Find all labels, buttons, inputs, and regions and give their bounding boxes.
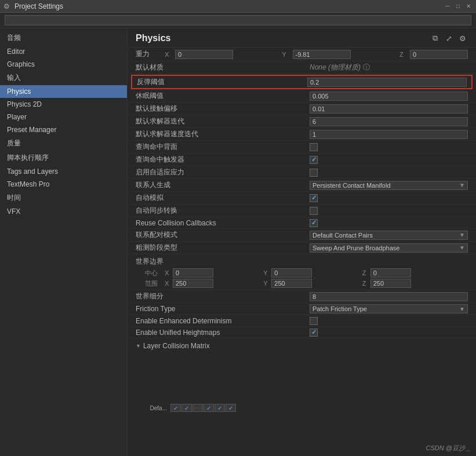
gravity-label: 重力 <box>136 49 165 59</box>
content-area: Physics ⧉ ⤢ ⚙ 重力 X Y Z 默认材质 <box>128 28 476 456</box>
matrix-cell[interactable]: ✓ <box>181 404 192 412</box>
world-extent-row: 范围 X Y Z <box>136 278 468 289</box>
gravity-z-input[interactable] <box>410 50 468 59</box>
matrix-col-water: Water <box>194 351 205 403</box>
auto-simulation-checkbox[interactable] <box>310 194 318 202</box>
extent-y-input[interactable] <box>271 279 312 288</box>
prop-queries-trigger: 查询命中触发器 <box>128 154 476 166</box>
contact-offset-label: 默认接触偏移 <box>136 104 310 114</box>
solver-iterations-input[interactable] <box>310 117 468 126</box>
solver-velocity-label: 默认求解器速度迭代 <box>136 129 310 139</box>
prop-auto-adaptive: 启用自适应应力 <box>128 166 476 179</box>
settings-gear-icon[interactable]: ⚙ <box>457 33 468 43</box>
broadphase-type-dropdown[interactable]: Sweep And Prune Broadphase ▼ <box>310 243 468 253</box>
extent-x-input[interactable] <box>173 279 213 288</box>
center-x-input[interactable] <box>173 268 213 278</box>
info-icon[interactable]: ⓘ <box>363 63 370 72</box>
extent-x: X <box>165 279 261 288</box>
sidebar-item-editor[interactable]: Editor <box>0 45 127 58</box>
sidebar-item-quality[interactable]: 质量 <box>0 136 127 151</box>
titlebar: ⚙ Project Settings ─ □ ✕ <box>0 0 476 13</box>
sidebar-item-physics[interactable]: Physics <box>0 85 127 98</box>
world-subdivision-input[interactable] <box>310 292 468 301</box>
matrix-cell[interactable]: ✓ <box>204 404 214 412</box>
matrix-col-transparentfx: TransparentFX <box>217 351 228 403</box>
reuse-collision-checkbox[interactable] <box>310 219 318 227</box>
broadphase-type-text: Sweep And Prune Broadphase <box>313 245 399 251</box>
auto-adaptive-checkbox[interactable] <box>310 169 318 177</box>
center-y-input[interactable] <box>271 268 312 278</box>
sidebar-item-audio[interactable]: 音频 <box>0 31 127 45</box>
auto-sync-checkbox[interactable] <box>310 207 318 215</box>
gravity-row: 重力 X Y Z <box>128 48 476 61</box>
enhanced-determinism-value <box>310 317 468 325</box>
gravity-x-input[interactable] <box>175 50 233 59</box>
minimize-button[interactable]: ─ <box>444 2 452 10</box>
unified-heightmaps-label: Enable Unified Heightmaps <box>136 329 310 337</box>
matrix-col-default: Default <box>228 351 240 403</box>
sidebar-item-script-execution[interactable]: 脚本执行顺序 <box>0 151 127 165</box>
close-button[interactable]: ✕ <box>464 2 473 10</box>
queries-trigger-checkbox[interactable] <box>310 156 318 164</box>
sidebar-item-tags-layers[interactable]: Tags and Layers <box>0 165 127 178</box>
gravity-z-label: Z <box>399 51 408 58</box>
extent-x-letter: X <box>165 280 172 287</box>
center-z-input[interactable] <box>370 268 411 278</box>
layer-matrix-header: ▼ Layer Collision Matrix <box>136 341 468 351</box>
sidebar: 音频 Editor Graphics 输入 Physics Physics 2D… <box>0 28 128 456</box>
sidebar-item-time[interactable]: 时间 <box>0 191 127 205</box>
broadphase-mode-label: 联系配对模式 <box>136 230 310 240</box>
friction-type-dropdown[interactable]: Patch Friction Type ▼ <box>310 304 468 313</box>
prop-solver-iterations: 默认求解器迭代 <box>128 115 476 128</box>
expand-icon[interactable]: ⤢ <box>444 33 454 43</box>
copy-icon[interactable]: ⧉ <box>430 33 440 43</box>
contact-offset-input[interactable] <box>310 104 468 114</box>
maximize-button[interactable]: □ <box>454 2 462 10</box>
sidebar-item-input[interactable]: 输入 <box>0 71 127 85</box>
matrix-labels-row: PostProcessing UI Water Ignore Raycast T… <box>170 351 468 403</box>
prop-friction-type: Friction Type Patch Friction Type ▼ <box>128 303 476 315</box>
prop-broadphase-mode: 联系配对模式 Default Contact Pairs ▼ <box>128 229 476 242</box>
collapse-triangle[interactable]: ▼ <box>136 343 141 349</box>
window-title: Project Settings <box>14 2 444 10</box>
matrix-cell[interactable]: ✓ <box>226 404 236 412</box>
content-header: Physics ⧉ ⤢ ⚙ <box>128 28 476 48</box>
queries-back-face-value <box>310 143 468 151</box>
gravity-y-input[interactable] <box>293 50 351 59</box>
matrix-cell[interactable] <box>192 404 203 412</box>
contacts-generation-value: Persistent Contact Manifold ▼ <box>310 181 468 190</box>
sleep-threshold-input[interactable] <box>310 92 468 101</box>
queries-trigger-value <box>310 156 468 164</box>
unified-heightmaps-checkbox[interactable] <box>310 329 318 337</box>
contacts-generation-label: 联系人生成 <box>136 180 310 190</box>
sidebar-item-physics2d[interactable]: Physics 2D <box>0 98 127 111</box>
solver-velocity-input[interactable] <box>310 130 468 139</box>
sidebar-item-player[interactable]: Player <box>0 111 127 123</box>
header-icons: ⧉ ⤢ ⚙ <box>430 33 468 43</box>
prop-world-subdivision: 世界细分 <box>128 290 476 303</box>
prop-bounce-threshold: 反弹阈值 <box>131 75 473 89</box>
gravity-y-label: Y <box>282 51 290 58</box>
extent-z-input[interactable] <box>370 279 411 288</box>
search-input[interactable] <box>5 15 471 25</box>
sidebar-item-vfx[interactable]: VFX <box>0 205 127 218</box>
prop-contacts-generation: 联系人生成 Persistent Contact Manifold ▼ <box>128 179 476 192</box>
gravity-xyz: X Y Z <box>165 50 468 59</box>
broadphase-mode-dropdown[interactable]: Default Contact Pairs ▼ <box>310 231 468 240</box>
contacts-generation-text: Persistent Contact Manifold <box>313 182 391 189</box>
sidebar-item-textmesh[interactable]: TextMesh Pro <box>0 178 127 191</box>
enhanced-determinism-checkbox[interactable] <box>310 317 318 325</box>
contacts-generation-dropdown[interactable]: Persistent Contact Manifold ▼ <box>310 181 468 190</box>
prop-default-material: 默认材质 None (物理材质) ⓘ <box>128 61 476 74</box>
matrix-cell[interactable]: ✓ <box>170 404 181 412</box>
queries-back-face-checkbox[interactable] <box>310 143 318 151</box>
layer-matrix-title: Layer Collision Matrix <box>143 342 210 350</box>
bounce-threshold-input[interactable] <box>307 78 467 87</box>
default-material-text: None (物理材质) <box>310 63 361 72</box>
sidebar-item-graphics[interactable]: Graphics <box>0 58 127 71</box>
sidebar-item-preset-manager[interactable]: Preset Manager <box>0 123 127 136</box>
matrix-col-default-text: Default <box>228 402 234 403</box>
matrix-cell[interactable]: ✓ <box>215 404 225 412</box>
auto-adaptive-value <box>310 169 468 177</box>
default-material-label: 默认材质 <box>136 63 310 72</box>
